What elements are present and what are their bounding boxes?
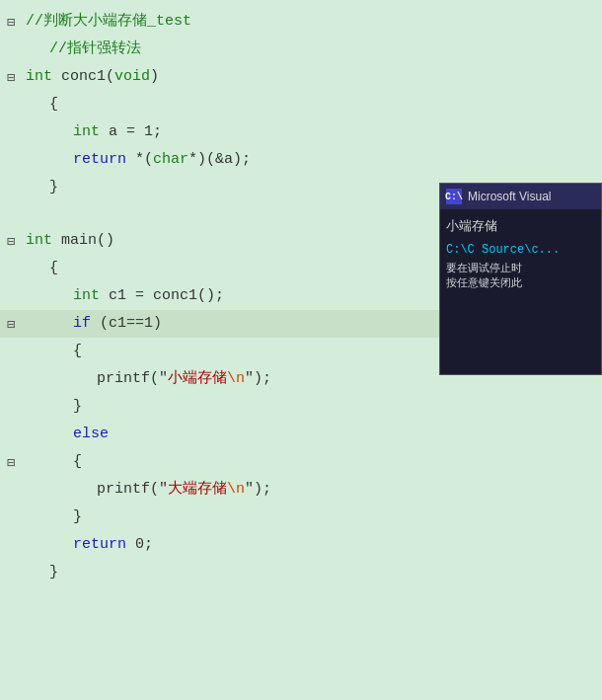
code-line-7: }: [0, 174, 444, 201]
code-content-20: return 0;: [22, 532, 444, 558]
code-line-2: //指针强转法: [0, 36, 444, 63]
code-line-13: {: [0, 338, 444, 365]
console-titlebar: C:\ Microsoft Visual: [440, 184, 601, 209]
code-content-5: int a = 1;: [22, 119, 444, 145]
code-content-10: {: [22, 256, 444, 281]
code-content-19: }: [22, 505, 444, 530]
code-line-6: return *(char*)(&a);: [0, 146, 444, 174]
code-line-17: ⊟{: [0, 448, 444, 476]
code-content-17: {: [22, 449, 444, 475]
code-line-20: return 0;: [0, 531, 444, 559]
code-line-18: printf("大端存储\n");: [0, 476, 444, 504]
code-line-15: }: [0, 393, 444, 421]
gutter-9[interactable]: ⊟: [0, 233, 22, 250]
code-content-21: }: [22, 560, 444, 585]
console-window: C:\ Microsoft Visual 小端存储 C:\C Source\c.…: [439, 183, 602, 375]
console-body: 小端存储 C:\C Source\c... 要在调试停止时 按任意键关闭此: [440, 209, 601, 299]
code-line-3: ⊟int conc1(void): [0, 63, 444, 91]
code-content-6: return *(char*)(&a);: [22, 147, 444, 173]
code-line-11: int c1 = conc1();: [0, 282, 444, 310]
code-content-9: int main(): [22, 228, 444, 254]
code-line-8: [0, 201, 444, 227]
code-editor: ⊟//判断大小端存储_test//指针强转法⊟int conc1(void){i…: [0, 0, 444, 700]
code-content-3: int conc1(void): [22, 64, 444, 90]
console-output: 小端存储: [446, 217, 595, 235]
code-line-5: int a = 1;: [0, 118, 444, 146]
code-content-18: printf("大端存储\n");: [22, 477, 444, 503]
code-line-9: ⊟int main(): [0, 227, 444, 255]
console-icon: C:\: [446, 189, 462, 204]
code-content-7: }: [22, 175, 444, 200]
code-line-1: ⊟//判断大小端存储_test: [0, 8, 444, 36]
code-content-11: int c1 = conc1();: [22, 283, 444, 309]
code-line-4: {: [0, 91, 444, 118]
code-content-15: }: [22, 394, 444, 420]
code-content-2: //指针强转法: [22, 37, 444, 62]
code-line-12: ⊟if (c1==1): [0, 310, 444, 338]
code-line-16: else: [0, 421, 444, 448]
console-msg1: 要在调试停止时: [446, 261, 595, 275]
code-content-14: printf("小端存储\n");: [22, 366, 444, 392]
gutter-1[interactable]: ⊟: [0, 14, 22, 31]
gutter-12[interactable]: ⊟: [0, 316, 22, 333]
gutter-17[interactable]: ⊟: [0, 454, 22, 471]
gutter-3[interactable]: ⊟: [0, 69, 22, 86]
code-content-16: else: [22, 422, 444, 447]
console-title: Microsoft Visual: [468, 190, 551, 203]
code-content-13: {: [22, 339, 444, 364]
code-line-10: {: [0, 255, 444, 282]
code-content-1: //判断大小端存储_test: [22, 9, 444, 35]
code-line-14: printf("小端存储\n");: [0, 365, 444, 393]
code-line-21: }: [0, 559, 444, 586]
code-line-19: }: [0, 504, 444, 531]
console-path: C:\C Source\c...: [446, 243, 595, 257]
code-content-4: {: [22, 92, 444, 117]
console-msg2: 按任意键关闭此: [446, 275, 595, 290]
code-content-12: if (c1==1): [22, 311, 444, 337]
